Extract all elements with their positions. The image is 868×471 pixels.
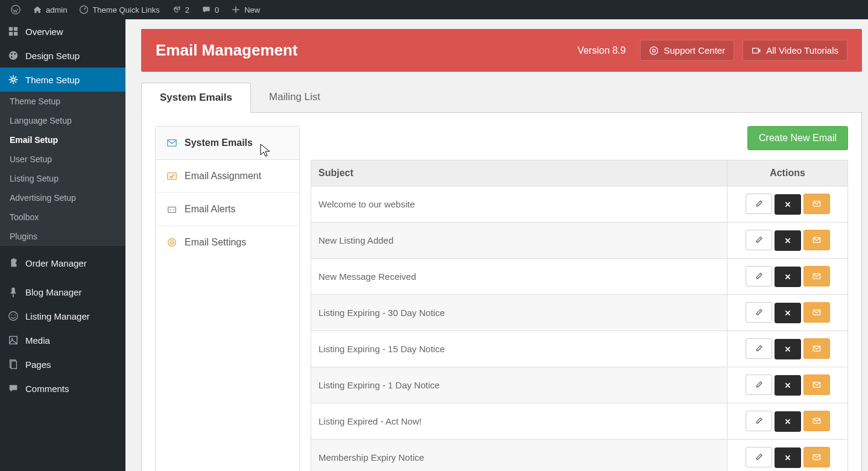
sidebar-item-order-manager[interactable]: Order Manager xyxy=(0,251,125,275)
send-button[interactable] xyxy=(803,338,830,359)
sidebar-item-pages[interactable]: Pages xyxy=(0,352,125,376)
close-icon xyxy=(784,454,791,461)
admin-bar: admin Theme Quick Links 2 0 New xyxy=(0,0,868,19)
sidebar-sub-listing-setup[interactable]: Listing Setup xyxy=(0,169,125,188)
site-name-link[interactable]: admin xyxy=(27,5,73,14)
table-row: Listing Expiring - 15 Day Notice xyxy=(311,331,848,367)
sidebar-item-design-setup[interactable]: Design Setup xyxy=(0,43,125,68)
sidebar-item-comments[interactable]: Comments xyxy=(0,376,125,400)
delete-button[interactable] xyxy=(775,447,801,468)
mail-icon xyxy=(813,308,821,317)
actions-cell xyxy=(727,440,848,472)
edit-button[interactable] xyxy=(746,338,772,359)
edit-button[interactable] xyxy=(746,266,772,286)
sidebar-sub-theme-setup[interactable]: Theme Setup xyxy=(0,92,125,111)
tab-system-emails[interactable]: System Emails xyxy=(141,83,251,113)
quick-links[interactable]: Theme Quick Links xyxy=(73,5,165,14)
pencil-icon xyxy=(755,453,763,461)
subnav-label: Email Settings xyxy=(185,237,246,248)
comments-link[interactable]: 0 xyxy=(195,5,225,14)
gear-icon xyxy=(7,74,19,86)
edit-button[interactable] xyxy=(746,230,772,250)
delete-button[interactable] xyxy=(775,194,801,215)
tab-mailing-list[interactable]: Mailing List xyxy=(251,83,338,112)
sidebar-item-theme-setup[interactable]: Theme Setup xyxy=(0,68,125,92)
subnav-email-settings[interactable]: Email Settings xyxy=(156,226,299,259)
sidebar-item-label: Overview xyxy=(25,27,63,37)
svg-point-0 xyxy=(11,5,20,14)
send-button[interactable] xyxy=(803,302,830,323)
sidebar-sub-user-setup[interactable]: User Setup xyxy=(0,150,125,169)
delete-button[interactable] xyxy=(775,267,801,287)
actions-cell xyxy=(727,403,848,440)
mail-icon xyxy=(813,200,821,208)
video-tutorials-button[interactable]: All Video Tutorials xyxy=(743,40,847,61)
page-header: Email Management Version 8.9 Support Cen… xyxy=(141,29,862,72)
svg-rect-3 xyxy=(14,27,17,31)
updates-link[interactable]: 2 xyxy=(166,5,195,14)
edit-button[interactable] xyxy=(746,411,772,431)
actions-cell xyxy=(727,223,848,259)
subnav-email-assignment[interactable]: Email Assignment xyxy=(156,160,299,193)
svg-point-7 xyxy=(11,53,13,55)
tab-content: System EmailsEmail AssignmentEmail Alert… xyxy=(141,113,862,471)
email-subject: Welcome to our website xyxy=(311,186,727,223)
send-button[interactable] xyxy=(803,411,830,431)
pencil-icon xyxy=(755,381,763,389)
pencil-icon xyxy=(755,272,763,280)
edit-button[interactable] xyxy=(746,375,772,395)
subnav-email-alerts[interactable]: Email Alerts xyxy=(156,193,299,226)
wordpress-icon xyxy=(11,5,21,14)
sidebar-item-label: Theme Setup xyxy=(25,75,80,85)
close-icon xyxy=(784,346,791,353)
sidebar-sub-language-setup[interactable]: Language Setup xyxy=(0,111,125,130)
edit-button[interactable] xyxy=(746,447,772,467)
sidebar-item-media[interactable]: Media xyxy=(0,328,125,352)
svg-point-26 xyxy=(170,241,173,244)
svg-point-10 xyxy=(11,78,14,81)
delete-button[interactable] xyxy=(775,230,801,251)
edit-button[interactable] xyxy=(746,194,772,214)
actions-cell xyxy=(727,186,848,223)
svg-rect-5 xyxy=(14,32,17,36)
edit-button[interactable] xyxy=(746,302,772,323)
svg-rect-17 xyxy=(11,361,16,369)
video-icon xyxy=(752,46,761,55)
comment-icon xyxy=(201,5,211,14)
pencil-icon xyxy=(755,236,763,244)
send-button[interactable] xyxy=(803,375,830,395)
pencil-icon xyxy=(755,417,763,425)
delete-button[interactable] xyxy=(775,411,801,432)
new-link[interactable]: New xyxy=(225,5,266,14)
sidebar-sub-email-setup[interactable]: Email Setup xyxy=(0,130,125,150)
email-subject: Membership Expiry Notice xyxy=(311,440,727,472)
email-subject: Listing Expiring - 15 Day Notice xyxy=(311,331,727,367)
sidebar-item-overview[interactable]: Overview xyxy=(0,19,125,43)
send-button[interactable] xyxy=(803,266,830,286)
email-subject: New Listing Added xyxy=(311,223,727,259)
send-button[interactable] xyxy=(803,194,830,214)
sidebar-item-blog-manager[interactable]: Blog Manager xyxy=(0,280,125,304)
svg-point-8 xyxy=(14,53,16,55)
create-new-email-button[interactable]: Create New Email xyxy=(747,126,848,150)
send-button[interactable] xyxy=(803,447,830,467)
delete-button[interactable] xyxy=(775,303,801,323)
sidebar-sub-plugins[interactable]: Plugins xyxy=(0,227,125,246)
sidebar-sub-toolbox[interactable]: Toolbox xyxy=(0,207,125,227)
actions-cell xyxy=(727,367,848,403)
close-icon xyxy=(784,237,791,244)
send-button[interactable] xyxy=(803,230,830,250)
delete-button[interactable] xyxy=(775,375,801,396)
sidebar-item-listing-manager[interactable]: Listing Manager xyxy=(0,304,125,328)
wordpress-logo[interactable] xyxy=(5,5,27,14)
delete-button[interactable] xyxy=(775,339,801,359)
sidebar-sub-advertising-setup[interactable]: Advertising Setup xyxy=(0,188,125,207)
email-subject: Listing Expiring - 1 Day Notice xyxy=(311,367,727,403)
main-content: Email Management Version 8.9 Support Cen… xyxy=(125,19,868,471)
subnav-label: Email Alerts xyxy=(185,204,235,215)
support-center-button[interactable]: Support Center xyxy=(640,40,734,61)
email-subject: New Message Received xyxy=(311,259,727,295)
subnav-system-emails[interactable]: System Emails xyxy=(156,127,299,160)
new-label: New xyxy=(244,5,260,14)
sidebar-item-label: Pages xyxy=(25,359,51,370)
